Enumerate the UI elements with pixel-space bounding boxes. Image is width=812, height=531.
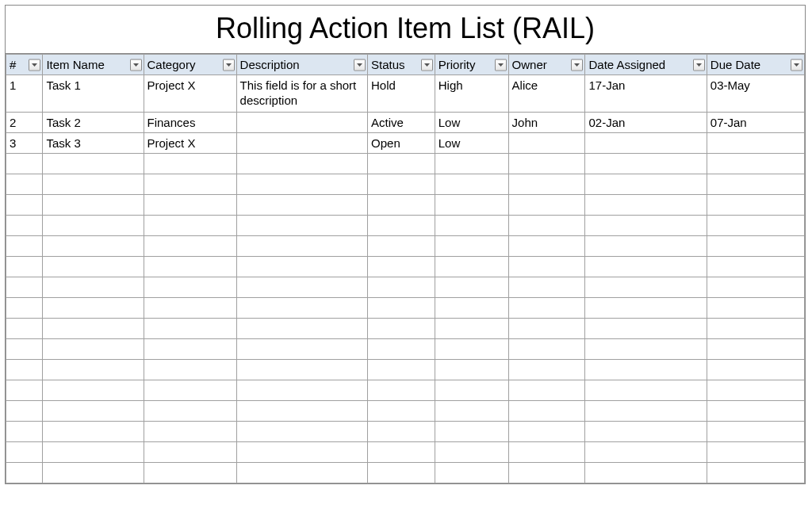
cell-empty[interactable] [236, 400, 367, 421]
cell-empty[interactable] [435, 380, 508, 400]
cell-empty[interactable] [508, 297, 585, 318]
cell-empty[interactable] [368, 380, 435, 400]
cell-description[interactable] [236, 132, 367, 153]
cell-empty[interactable] [144, 235, 236, 256]
column-header-name[interactable]: Item Name [43, 55, 144, 75]
cell-priority[interactable]: High [435, 75, 508, 113]
cell-empty[interactable] [707, 297, 804, 318]
cell-empty[interactable] [435, 256, 508, 277]
filter-dropdown-icon[interactable] [495, 59, 507, 71]
cell-empty[interactable] [236, 153, 367, 174]
cell-empty[interactable] [585, 441, 707, 462]
cell-empty[interactable] [43, 400, 144, 421]
cell-empty[interactable] [144, 421, 236, 441]
cell-name[interactable]: Task 3 [43, 132, 144, 153]
cell-empty[interactable] [585, 421, 707, 441]
cell-empty[interactable] [508, 462, 585, 483]
cell-empty[interactable] [508, 400, 585, 421]
cell-empty[interactable] [144, 380, 236, 400]
cell-empty[interactable] [707, 153, 804, 174]
cell-status[interactable]: Hold [368, 75, 435, 113]
cell-empty[interactable] [707, 256, 804, 277]
cell-empty[interactable] [707, 318, 804, 338]
cell-description[interactable] [236, 112, 367, 132]
cell-empty[interactable] [236, 318, 367, 338]
cell-empty[interactable] [43, 153, 144, 174]
cell-empty[interactable] [368, 235, 435, 256]
cell-empty[interactable] [435, 421, 508, 441]
cell-empty[interactable] [144, 174, 236, 194]
cell-empty[interactable] [6, 297, 43, 318]
cell-empty[interactable] [236, 174, 367, 194]
cell-empty[interactable] [585, 256, 707, 277]
cell-empty[interactable] [707, 462, 804, 483]
column-header-num[interactable]: # [6, 55, 43, 75]
cell-empty[interactable] [585, 359, 707, 380]
cell-owner[interactable]: John [508, 112, 585, 132]
cell-empty[interactable] [368, 256, 435, 277]
cell-empty[interactable] [144, 215, 236, 235]
cell-empty[interactable] [368, 359, 435, 380]
cell-empty[interactable] [368, 174, 435, 194]
cell-empty[interactable] [508, 338, 585, 359]
cell-empty[interactable] [707, 421, 804, 441]
cell-empty[interactable] [508, 421, 585, 441]
cell-status[interactable]: Active [368, 112, 435, 132]
filter-dropdown-icon[interactable] [791, 59, 802, 71]
cell-empty[interactable] [585, 194, 707, 215]
cell-empty[interactable] [43, 462, 144, 483]
cell-empty[interactable] [585, 297, 707, 318]
cell-category[interactable]: Finances [144, 112, 236, 132]
cell-empty[interactable] [368, 153, 435, 174]
column-header-assigned[interactable]: Date Assigned [585, 55, 707, 75]
cell-empty[interactable] [6, 277, 43, 297]
cell-empty[interactable] [144, 256, 236, 277]
cell-num[interactable]: 3 [6, 132, 43, 153]
cell-assigned[interactable]: 02-Jan [585, 112, 707, 132]
cell-assigned[interactable] [585, 132, 707, 153]
cell-empty[interactable] [368, 462, 435, 483]
column-header-due[interactable]: Due Date [707, 55, 804, 75]
cell-empty[interactable] [236, 194, 367, 215]
cell-empty[interactable] [435, 297, 508, 318]
cell-empty[interactable] [43, 338, 144, 359]
cell-empty[interactable] [144, 338, 236, 359]
filter-dropdown-icon[interactable] [130, 59, 142, 71]
cell-empty[interactable] [508, 441, 585, 462]
cell-empty[interactable] [6, 256, 43, 277]
cell-empty[interactable] [43, 277, 144, 297]
column-header-owner[interactable]: Owner [508, 55, 585, 75]
cell-empty[interactable] [508, 194, 585, 215]
cell-empty[interactable] [6, 380, 43, 400]
cell-empty[interactable] [707, 194, 804, 215]
cell-empty[interactable] [144, 277, 236, 297]
cell-due[interactable]: 07-Jan [707, 112, 804, 132]
cell-empty[interactable] [144, 441, 236, 462]
cell-empty[interactable] [43, 297, 144, 318]
cell-empty[interactable] [43, 318, 144, 338]
cell-due[interactable]: 03-May [707, 75, 804, 113]
cell-empty[interactable] [707, 235, 804, 256]
cell-empty[interactable] [707, 338, 804, 359]
cell-empty[interactable] [236, 359, 367, 380]
cell-category[interactable]: Project X [144, 132, 236, 153]
cell-due[interactable] [707, 132, 804, 153]
cell-empty[interactable] [6, 153, 43, 174]
cell-num[interactable]: 1 [6, 75, 43, 113]
cell-empty[interactable] [144, 194, 236, 215]
cell-empty[interactable] [508, 277, 585, 297]
cell-empty[interactable] [236, 297, 367, 318]
cell-empty[interactable] [368, 277, 435, 297]
cell-empty[interactable] [508, 359, 585, 380]
cell-empty[interactable] [236, 441, 367, 462]
cell-empty[interactable] [236, 277, 367, 297]
cell-empty[interactable] [707, 277, 804, 297]
cell-empty[interactable] [508, 174, 585, 194]
cell-empty[interactable] [236, 380, 367, 400]
cell-empty[interactable] [368, 194, 435, 215]
cell-description[interactable]: This field is for a short description [236, 75, 367, 113]
cell-empty[interactable] [585, 277, 707, 297]
cell-empty[interactable] [236, 462, 367, 483]
cell-num[interactable]: 2 [6, 112, 43, 132]
cell-owner[interactable] [508, 132, 585, 153]
